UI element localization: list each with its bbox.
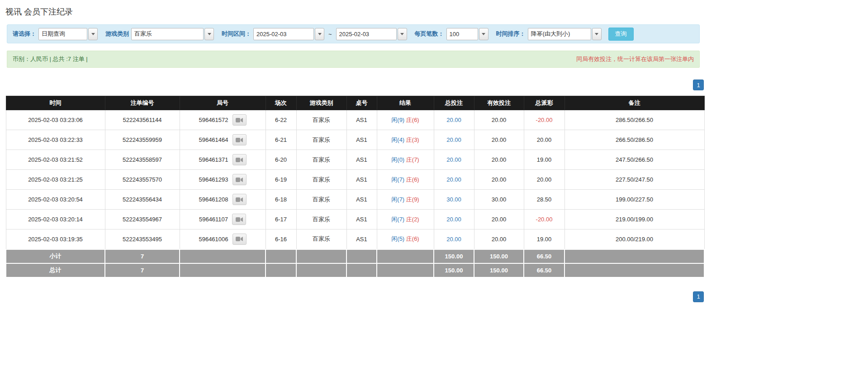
table-number-cell: AS1 xyxy=(346,190,377,210)
page-button[interactable]: 1 xyxy=(693,80,704,90)
game-type-dropdown-button[interactable] xyxy=(204,28,214,40)
time-sort-dropdown-button[interactable] xyxy=(592,28,602,40)
table-row: 2025-02-03 03:23:06522243561144596461572… xyxy=(6,110,704,130)
time-sort-input[interactable] xyxy=(528,28,591,40)
table-row: 2025-02-03 03:21:52522243558597596461371… xyxy=(6,150,704,170)
round-id: 596461464 xyxy=(199,136,228,143)
game-type-cell: 百家乐 xyxy=(296,110,346,130)
round-id: 596461293 xyxy=(199,176,228,183)
round-id-cell: 596461006 xyxy=(180,229,266,249)
per-page-input[interactable] xyxy=(446,28,478,40)
round-id-cell: 596461464 xyxy=(180,130,266,150)
video-camera-icon xyxy=(236,236,243,242)
total-bet-cell[interactable]: 20.00 xyxy=(434,170,474,190)
result-player: 闲(4) xyxy=(391,136,404,143)
chevron-down-icon xyxy=(318,33,322,35)
video-replay-button[interactable] xyxy=(232,194,247,205)
time-cell: 2025-02-03 03:21:52 xyxy=(6,150,105,170)
column-header: 时间 xyxy=(6,96,105,110)
round-id: 596461107 xyxy=(199,216,228,223)
total-bet-cell[interactable]: 30.00 xyxy=(434,190,474,210)
total-bet-cell[interactable]: 20.00 xyxy=(434,210,474,229)
per-page-dropdown-button[interactable] xyxy=(479,28,489,40)
date-from-dropdown-button[interactable] xyxy=(315,28,324,40)
query-type-input[interactable] xyxy=(38,28,87,40)
video-replay-button[interactable] xyxy=(232,134,247,145)
remark-cell: 266.50/286.50 xyxy=(564,130,704,150)
video-replay-button[interactable] xyxy=(232,214,246,225)
valid-bet-cell: 20.00 xyxy=(474,110,524,130)
table-row: 2025-02-03 03:19:35522243553495596461006… xyxy=(6,229,704,249)
date-to-dropdown-button[interactable] xyxy=(398,28,407,40)
page-button[interactable]: 1 xyxy=(693,291,704,302)
video-replay-button[interactable] xyxy=(232,114,247,126)
main-container: 视讯 会员下注纪录 请选择： 游戏类别 时间区间： ~ 每页笔数： 时间排序： xyxy=(0,0,699,302)
payout-cell: 19.00 xyxy=(524,229,564,249)
video-replay-button[interactable] xyxy=(232,154,247,165)
total-bet-cell[interactable]: 20.00 xyxy=(434,229,474,249)
video-replay-button[interactable] xyxy=(232,174,247,185)
summary-label-cell: 小计 xyxy=(6,249,105,263)
session-cell: 6-16 xyxy=(266,229,296,249)
video-camera-icon xyxy=(236,137,243,143)
query-type-dropdown-button[interactable] xyxy=(88,28,98,40)
total-bet-cell[interactable]: 20.00 xyxy=(434,110,474,130)
total-bet-cell[interactable]: 20.00 xyxy=(434,130,474,150)
game-type-cell: 百家乐 xyxy=(296,170,346,190)
remark-cell: 200.00/219.00 xyxy=(564,229,704,249)
result-banker: 庄(2) xyxy=(406,216,419,223)
payout-cell: 28.50 xyxy=(524,190,564,210)
chevron-down-icon xyxy=(595,33,598,35)
time-cell: 2025-02-03 03:23:06 xyxy=(6,110,105,130)
date-range-separator: ~ xyxy=(328,31,332,37)
valid-bet-cell: 20.00 xyxy=(474,210,524,229)
payout-cell: 20.00 xyxy=(524,170,564,190)
summary-empty-cell xyxy=(180,249,266,263)
notice-text: 同局有效投注，统一计算在该局第一张注单内 xyxy=(576,55,694,63)
chevron-down-icon xyxy=(400,33,404,35)
time-sort-label: 时间排序： xyxy=(496,30,526,38)
summary-total-bet-cell: 150.00 xyxy=(434,249,474,263)
total-bet-cell[interactable]: 20.00 xyxy=(434,150,474,170)
valid-bet-cell: 20.00 xyxy=(474,150,524,170)
date-from-input[interactable] xyxy=(253,28,314,40)
valid-bet-cell: 20.00 xyxy=(474,170,524,190)
game-type-cell: 百家乐 xyxy=(296,190,346,210)
search-button[interactable]: 查询 xyxy=(608,28,634,41)
bet-id-cell: 522243558597 xyxy=(105,150,180,170)
query-type-label: 请选择： xyxy=(13,30,36,38)
summary-empty-cell xyxy=(296,263,346,277)
chevron-down-icon xyxy=(482,33,485,35)
table-row: 2025-02-03 03:22:33522243559959596461464… xyxy=(6,130,704,150)
session-cell: 6-20 xyxy=(266,150,296,170)
table-number-cell: AS1 xyxy=(346,150,377,170)
payout-cell: 20.00 xyxy=(524,130,564,150)
round-id: 596461572 xyxy=(199,117,228,123)
video-camera-icon xyxy=(236,177,243,182)
result-banker: 庄(6) xyxy=(406,117,419,123)
game-type-input[interactable] xyxy=(131,28,204,40)
video-camera-icon xyxy=(236,157,243,163)
result-cell: 闲(5) 庄(6) xyxy=(377,229,434,249)
round-id-wrap: 596461293 xyxy=(199,174,246,185)
bet-id-cell: 522243553495 xyxy=(105,229,180,249)
date-to-input[interactable] xyxy=(336,28,397,40)
time-cell: 2025-02-03 03:20:14 xyxy=(6,210,105,229)
time-cell: 2025-02-03 03:20:54 xyxy=(6,190,105,210)
summary-empty-cell xyxy=(346,263,377,277)
per-page-label: 每页笔数： xyxy=(415,30,444,38)
table-number-cell: AS1 xyxy=(346,229,377,249)
grand-total-row: 总计7150.00150.0066.50 xyxy=(6,263,704,277)
bet-id-cell: 522243559959 xyxy=(105,130,180,150)
time-range-label: 时间区间： xyxy=(222,30,251,38)
video-replay-button[interactable] xyxy=(232,234,247,245)
filter-bar: 请选择： 游戏类别 时间区间： ~ 每页笔数： 时间排序： xyxy=(7,24,700,43)
payout-cell: -20.00 xyxy=(524,110,564,130)
summary-empty-cell xyxy=(377,249,434,263)
result-player: 闲(5) xyxy=(391,235,404,242)
table-row: 2025-02-03 03:20:14522243554967596461107… xyxy=(6,210,704,229)
time-cell: 2025-02-03 03:19:35 xyxy=(6,229,105,249)
column-header: 总投注 xyxy=(434,96,474,110)
video-camera-icon xyxy=(236,217,243,222)
payout-cell: -20.00 xyxy=(524,210,564,229)
